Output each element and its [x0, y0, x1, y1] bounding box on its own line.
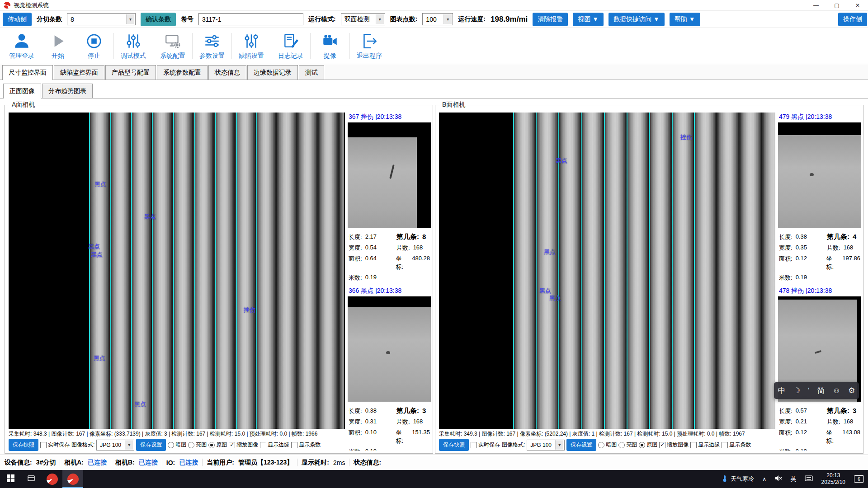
save-snapshot-button[interactable]: 保存快照: [439, 439, 469, 451]
minimize-button[interactable]: —: [806, 0, 826, 10]
original-image-radio[interactable]: 原图: [639, 441, 657, 449]
checkbox-icon: [659, 442, 665, 448]
capture-image-button[interactable]: 提像: [312, 32, 348, 60]
run-mode-select[interactable]: 双面检测: [341, 13, 385, 25]
subtab-front-image[interactable]: 正面图像: [3, 84, 41, 99]
tab-status-info[interactable]: 状态信息: [208, 65, 246, 80]
roll-number-input[interactable]: 3117-1: [198, 13, 303, 25]
tab-test[interactable]: 测试: [299, 65, 324, 80]
top-toolbar: 传动侧 分切条数 8 确认条数 卷号 3117-1 运行模式: 双面检测 图表点…: [0, 11, 868, 28]
defect-thumbnail: [348, 296, 431, 402]
parameter-settings-button[interactable]: 参数设置: [194, 32, 230, 60]
realtime-save-checkbox[interactable]: 实时保存: [471, 441, 500, 449]
chevron-down-icon[interactable]: [443, 14, 452, 24]
chart-points-select[interactable]: 100: [422, 13, 453, 25]
save-snapshot-button[interactable]: 保存快照: [9, 439, 38, 451]
dark-image-radio[interactable]: 暗图: [168, 441, 186, 449]
taskbar-clock[interactable]: 20:13 2025/2/10: [817, 470, 850, 488]
tab-size-monitor[interactable]: 尺寸监控界面: [2, 65, 53, 80]
save-settings-button[interactable]: 保存设置: [566, 439, 596, 451]
tab-defect-monitor[interactable]: 缺陷监控界面: [54, 65, 104, 80]
show-edge-checkbox[interactable]: 显示边缘: [690, 441, 720, 449]
tab-edge-data-record[interactable]: 边缘数据记录: [247, 65, 298, 80]
camera-b-image[interactable]: 挫伤 黑点 黑点 黑点 黑点: [439, 113, 775, 429]
volume-muted-button[interactable]: [771, 470, 787, 488]
dark-image-radio[interactable]: 暗图: [598, 441, 617, 449]
slit-count-select[interactable]: 8: [67, 13, 136, 25]
state-info-label: 状态信息:: [354, 459, 381, 467]
ime-emoji-icon[interactable]: ☺: [833, 386, 840, 395]
tab-system-param-config[interactable]: 系统参数配置: [157, 65, 208, 80]
action-center-button[interactable]: 6: [850, 470, 868, 488]
admin-login-button[interactable]: 管理登录: [4, 32, 40, 60]
ime-punctuation-icon[interactable]: ’: [808, 386, 810, 395]
task-view-button[interactable]: [21, 470, 42, 488]
ime-lang-mode-icon[interactable]: 中: [778, 385, 786, 396]
defect-card[interactable]: 366 黑点 |20:13:38 长度:0.38第几条:3 宽度:0.31片数:…: [348, 286, 431, 450]
confirm-count-button[interactable]: 确认条数: [141, 13, 176, 26]
run-speed-value: 198.9m/mi: [491, 15, 528, 24]
weather-tray-item[interactable]: 天气寒冷: [717, 470, 758, 488]
exit-program-button[interactable]: 退出程序: [351, 32, 387, 60]
realtime-save-checkbox[interactable]: 实时保存: [40, 441, 70, 449]
io-conn-value: 已连接: [179, 459, 198, 467]
checkbox-icon: [229, 442, 235, 448]
touch-keyboard-button[interactable]: [801, 470, 817, 488]
camera-a-image[interactable]: 黑点 黑点 黑点 黑点 挫伤 黑点 黑点: [9, 113, 345, 429]
close-button[interactable]: ✕: [847, 0, 868, 10]
save-settings-button[interactable]: 保存设置: [136, 439, 166, 451]
start-button[interactable]: [0, 470, 21, 488]
ime-settings-icon[interactable]: ⚙: [848, 386, 855, 395]
ime-simplified-icon[interactable]: 简: [817, 385, 825, 396]
defect-card[interactable]: 478 挫伤 |20:13:38 长度:0.57第几条:3 宽度:0.21片数:…: [778, 286, 861, 450]
chevron-down-icon[interactable]: [126, 14, 134, 24]
image-format-select[interactable]: JPG 100: [96, 440, 134, 450]
data-quick-access-menu-button[interactable]: 数据快捷访问 ▼: [609, 13, 665, 26]
clear-alarm-button[interactable]: 清除报警: [533, 13, 568, 26]
bright-image-radio[interactable]: 亮图: [188, 441, 207, 449]
zoom-image-checkbox[interactable]: 缩放图像: [659, 441, 689, 449]
bright-image-radio[interactable]: 亮图: [618, 441, 637, 449]
chevron-down-icon[interactable]: [555, 440, 563, 450]
sub-tab-bar: 正面图像 分布趋势图表: [0, 83, 868, 99]
display-time-value: 2ms: [333, 459, 345, 466]
help-menu-button[interactable]: 帮助 ▼: [670, 13, 700, 26]
subtab-distribution-chart[interactable]: 分布趋势图表: [42, 84, 93, 98]
tray-expand-chevron[interactable]: ∧: [758, 470, 771, 488]
image-format-select[interactable]: JPG 100: [527, 440, 565, 450]
toolbar-separator: [310, 33, 311, 59]
clock-time: 20:13: [826, 472, 840, 479]
system-config-button[interactable]: 系统配置: [155, 32, 191, 60]
view-menu-button[interactable]: 视图 ▼: [573, 13, 604, 26]
taskbar-app-red[interactable]: [42, 470, 62, 488]
defect-card[interactable]: 367 挫伤 |20:13:38 长度:2.17第几条:8 宽度:0.54片数:…: [348, 112, 431, 282]
defect-overlay-label: 黑点: [91, 251, 103, 259]
current-user-label: 当前用户:: [207, 459, 234, 467]
debug-mode-button[interactable]: 调试模式: [115, 32, 151, 60]
roll-number-label: 卷号: [181, 15, 193, 23]
defect-overlay-label: 黑点: [88, 243, 100, 251]
log-record-button[interactable]: 日志记录: [273, 32, 309, 60]
image-format-label: 图像格式:: [502, 441, 525, 449]
show-count-checkbox[interactable]: 显示条数: [291, 441, 321, 449]
defect-settings-button[interactable]: 缺陷设置: [233, 32, 269, 60]
drive-side-button[interactable]: 传动侧: [3, 13, 32, 26]
radio-icon: [208, 442, 215, 448]
maximize-button[interactable]: ▢: [826, 0, 847, 10]
chevron-down-icon[interactable]: [125, 440, 133, 450]
show-count-checkbox[interactable]: 显示条数: [722, 441, 751, 449]
checkbox-icon: [471, 442, 477, 448]
chevron-down-icon[interactable]: [376, 14, 384, 24]
start-button[interactable]: 开始: [40, 32, 76, 60]
defect-mark: [386, 351, 390, 354]
defect-card[interactable]: 479 黑点 |20:13:38 长度:0.38第几条:4 宽度:0.35片数:…: [778, 112, 861, 282]
original-image-radio[interactable]: 原图: [208, 441, 227, 449]
input-language-indicator[interactable]: 英: [787, 470, 801, 488]
ime-moon-icon[interactable]: ☽: [793, 386, 800, 395]
tab-product-model-config[interactable]: 产品型号配置: [105, 65, 156, 80]
operate-side-button[interactable]: 操作侧: [838, 13, 867, 26]
zoom-image-checkbox[interactable]: 缩放图像: [229, 441, 258, 449]
stop-button[interactable]: 停止: [76, 32, 112, 60]
taskbar-app-vision-system[interactable]: [62, 470, 83, 488]
show-edge-checkbox[interactable]: 显示边缘: [260, 441, 289, 449]
